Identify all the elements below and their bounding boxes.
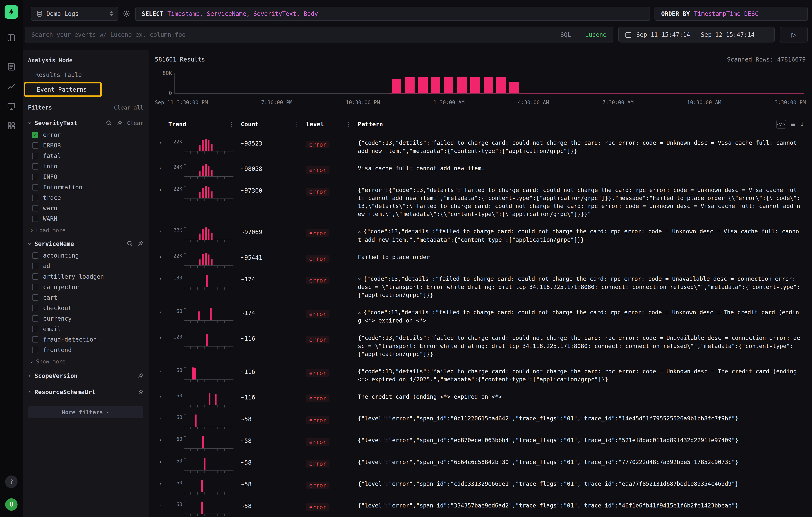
column-header-trend[interactable]: Trend ⋮ bbox=[168, 121, 241, 127]
help-button[interactable]: ? bbox=[5, 476, 18, 488]
filter-option[interactable]: fraud-detection bbox=[23, 334, 149, 345]
histogram-bar[interactable] bbox=[484, 77, 493, 93]
code-view-icon[interactable]: </> bbox=[776, 120, 786, 128]
show-more-link[interactable]: › Show more bbox=[23, 355, 149, 368]
table-row[interactable]: ›22K~98523error{"code":13,"details":"fai… bbox=[155, 134, 806, 159]
table-row[interactable]: ›60~58error{"level":"error","span_id":"e… bbox=[155, 431, 806, 453]
histogram-bar[interactable] bbox=[470, 77, 480, 93]
table-row[interactable]: ›60~58error{"level":"error","span_id":"0… bbox=[155, 409, 806, 431]
scopeversion-group-header[interactable]: › ScopeVersion bbox=[23, 368, 149, 384]
mode-results-table[interactable]: Results Table bbox=[23, 69, 149, 81]
user-avatar[interactable]: U bbox=[5, 498, 18, 511]
checkbox[interactable] bbox=[32, 216, 38, 222]
resourceschemaurl-group-header[interactable]: › ResourceSchemaUrl bbox=[23, 384, 149, 400]
table-row[interactable]: ›22K~97069error×{"code":13,"details":"fa… bbox=[155, 222, 806, 248]
filter-option[interactable]: WARN bbox=[23, 213, 149, 224]
row-expand-chevron[interactable]: › bbox=[155, 226, 168, 235]
checkbox[interactable] bbox=[32, 184, 38, 191]
clear-all-link[interactable]: Clear all bbox=[114, 105, 144, 111]
table-row[interactable]: ›60~174error×{"code":13,"details":"faile… bbox=[155, 303, 806, 329]
filter-option[interactable]: fatal bbox=[23, 151, 149, 161]
column-header-count[interactable]: Count ⋮ bbox=[241, 121, 306, 127]
date-range-picker[interactable]: Sep 11 15:47:14 - Sep 12 15:47:14 bbox=[618, 27, 775, 42]
row-expand-chevron[interactable]: › bbox=[155, 413, 168, 422]
pattern-dismiss-icon[interactable]: × bbox=[358, 310, 361, 315]
checkbox[interactable] bbox=[32, 336, 38, 343]
apps-grid-icon[interactable] bbox=[7, 121, 16, 131]
filter-option[interactable]: frontend bbox=[23, 345, 149, 355]
table-row[interactable]: ›60~58error{"level":"error","span_id":"3… bbox=[155, 496, 806, 517]
column-header-level[interactable]: level ⋮ bbox=[306, 121, 358, 127]
checkbox[interactable] bbox=[32, 174, 38, 180]
checkbox[interactable] bbox=[32, 153, 38, 159]
row-expand-chevron[interactable]: › bbox=[155, 163, 168, 171]
table-row[interactable]: ›60~58error{"level":"error","span_id":"c… bbox=[155, 475, 806, 496]
pin-icon[interactable] bbox=[137, 373, 144, 379]
severity-group-header[interactable]: › SeverityText Clear bbox=[23, 116, 149, 130]
filter-option[interactable]: ✓error bbox=[23, 130, 149, 140]
checkbox[interactable] bbox=[32, 347, 38, 353]
checkbox[interactable] bbox=[32, 163, 38, 170]
row-density-icon[interactable]: ≡ bbox=[790, 121, 795, 128]
table-row[interactable]: ›22K~95441errorFailed to place order bbox=[155, 248, 806, 269]
chart-icon[interactable] bbox=[7, 82, 16, 91]
row-expand-chevron[interactable]: › bbox=[155, 274, 168, 282]
row-expand-chevron[interactable]: › bbox=[155, 457, 168, 465]
checkbox[interactable] bbox=[32, 252, 38, 259]
table-row[interactable]: ›120~116error{"code":13,"details":"faile… bbox=[155, 329, 806, 362]
pin-icon[interactable] bbox=[137, 240, 144, 247]
pattern-dismiss-icon[interactable]: × bbox=[358, 276, 361, 282]
row-expand-chevron[interactable]: › bbox=[155, 252, 168, 260]
panels-icon[interactable] bbox=[7, 33, 16, 42]
load-more-link[interactable]: › Load more bbox=[23, 224, 149, 237]
search-icon[interactable] bbox=[127, 240, 133, 247]
sql-mode-toggle[interactable]: SQL bbox=[560, 31, 571, 38]
filter-option[interactable]: ad bbox=[23, 261, 149, 271]
checkbox[interactable] bbox=[32, 294, 38, 300]
mode-event-patterns[interactable]: Event Patterns bbox=[24, 82, 102, 97]
row-expand-chevron[interactable]: › bbox=[155, 184, 168, 193]
filter-option[interactable]: trace bbox=[23, 193, 149, 203]
filter-option[interactable]: info bbox=[23, 161, 149, 172]
more-filters-button[interactable]: More filters › bbox=[28, 406, 143, 418]
histogram-bar[interactable] bbox=[392, 79, 401, 93]
checkbox[interactable] bbox=[32, 142, 38, 149]
table-row[interactable]: ›60~58error{"level":"error","span_id":"6… bbox=[155, 453, 806, 475]
sql-query-input[interactable]: SELECT Timestamp, ServiceName, SeverityT… bbox=[135, 7, 650, 21]
run-query-button[interactable]: ▷ bbox=[780, 27, 808, 42]
row-expand-chevron[interactable]: › bbox=[155, 435, 168, 443]
histogram-plot[interactable] bbox=[174, 73, 804, 94]
column-menu-icon[interactable]: ⋮ bbox=[229, 121, 235, 127]
row-expand-chevron[interactable]: › bbox=[155, 478, 168, 487]
histogram-bar[interactable] bbox=[496, 77, 506, 93]
source-select[interactable]: Demo Logs bbox=[31, 7, 118, 21]
filter-option[interactable]: cart bbox=[23, 292, 149, 303]
checkbox[interactable] bbox=[32, 326, 38, 332]
row-expand-chevron[interactable]: › bbox=[155, 366, 168, 375]
table-row[interactable]: ›180~174error×{"code":13,"details":"fail… bbox=[155, 270, 806, 303]
checkbox[interactable] bbox=[32, 284, 38, 290]
histogram-bar[interactable] bbox=[457, 77, 467, 93]
resourceschemaurl-title[interactable]: ResourceSchemaUrl bbox=[34, 389, 95, 396]
table-row[interactable]: ›60~116errorThe credit card (ending <*> … bbox=[155, 387, 806, 409]
histogram-bar[interactable] bbox=[418, 77, 428, 93]
monitor-icon[interactable] bbox=[7, 102, 16, 111]
filter-option[interactable]: ERROR bbox=[23, 140, 149, 151]
severity-clear-link[interactable]: Clear bbox=[127, 120, 143, 126]
gear-icon[interactable] bbox=[123, 10, 130, 18]
row-expand-chevron[interactable]: › bbox=[155, 307, 168, 316]
histogram-bar[interactable] bbox=[510, 82, 519, 93]
service-group-header[interactable]: › ServiceName bbox=[23, 237, 149, 250]
column-menu-icon[interactable]: ⋮ bbox=[346, 121, 351, 127]
service-group-title[interactable]: ServiceName bbox=[34, 240, 74, 247]
download-icon[interactable]: ↧ bbox=[800, 121, 805, 128]
row-expand-chevron[interactable]: › bbox=[155, 500, 168, 509]
filter-option[interactable]: accounting bbox=[23, 250, 149, 261]
logs-icon[interactable] bbox=[7, 62, 16, 71]
checkbox[interactable] bbox=[32, 305, 38, 311]
row-expand-chevron[interactable]: › bbox=[155, 333, 168, 341]
checkbox[interactable] bbox=[32, 274, 38, 280]
checkbox[interactable] bbox=[32, 195, 38, 201]
app-logo-bolt-icon[interactable] bbox=[5, 5, 18, 19]
lucene-mode-toggle[interactable]: Lucene bbox=[585, 31, 607, 38]
